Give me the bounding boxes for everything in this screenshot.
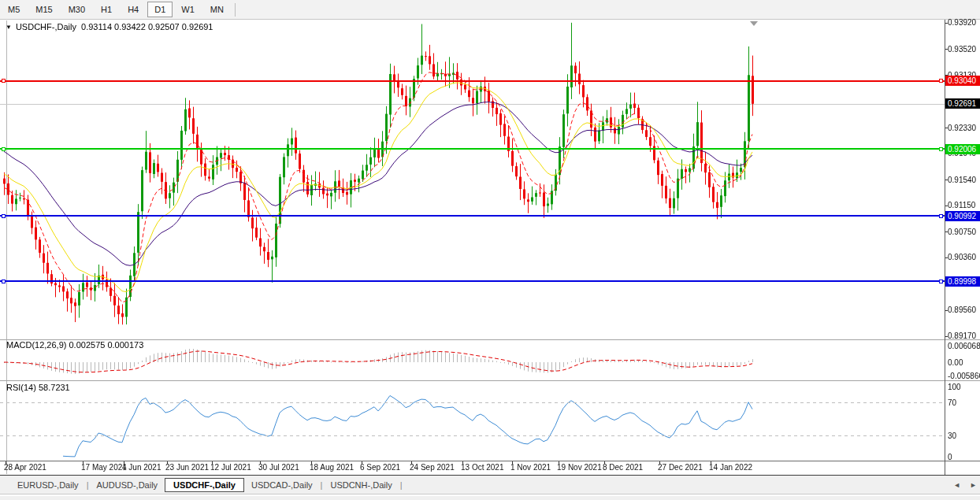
tab-separator: | (87, 480, 89, 490)
date-axis-label: 24 Sep 2021 (410, 463, 455, 472)
ohlc-low: 0.92507 (148, 22, 180, 31)
price-axis-label: 0.92330 (948, 124, 976, 132)
support-line[interactable] (0, 215, 945, 217)
price-axis-label: 0.91150 (948, 201, 975, 209)
date-axis-label: 19 Nov 2021 (557, 463, 602, 472)
price-line-tag: 0.93040 (945, 76, 980, 86)
date-axis-label: 30 Jul 2021 (258, 463, 299, 472)
tab-separator: | (400, 480, 403, 490)
price-line-tag: 0.90992 (945, 211, 980, 221)
chart-shift-marker-icon[interactable] (750, 21, 758, 26)
rsi-indicator-label: RSI(14) 58.7231 (6, 383, 70, 392)
ohlc-high: 0.93422 (114, 22, 146, 31)
rsi-axis-label: 70 (948, 398, 956, 407)
date-axis-label: 27 Dec 2021 (658, 463, 703, 472)
trading-terminal-window: M5M15M30H1H4D1W1MN ▼USDCHF-,Daily 0.9311… (0, 0, 980, 500)
rsi-level-line (0, 435, 945, 436)
rsi-axis-label: 0 (948, 453, 952, 461)
line-end-handle[interactable] (2, 214, 6, 218)
date-axis-label: 6 Sep 2021 (360, 463, 400, 472)
price-axis-label: 0.89560 (948, 306, 976, 314)
line-end-handle[interactable] (2, 280, 6, 283)
macd-signal-value: 0.000173 (107, 340, 143, 350)
line-end-handle[interactable] (939, 280, 943, 283)
window-bottom-edge (0, 495, 980, 500)
chart-symbol-period: USDCHF-,Daily (16, 22, 76, 31)
macd-axis-label: 0.00 (948, 358, 963, 367)
symbol-tab-bar: EURUSD-,Daily|AUDUSD-,DailyUSDCHF-,Daily… (0, 476, 980, 494)
date-axis-label: 23 Jun 2021 (165, 463, 209, 472)
tab-scroll-buttons: ◄ ► (953, 476, 977, 494)
rsi-axis-label: 100 (948, 383, 961, 391)
tab-usdcad[interactable]: USDCAD-,Daily (244, 478, 320, 492)
date-axis-label: 1 Nov 2021 (510, 463, 551, 472)
tab-separator: | (321, 480, 323, 490)
date-axis-label: 18 Aug 2021 (310, 463, 354, 472)
date-axis-label: 17 May 2021 (81, 463, 127, 472)
line-end-handle[interactable] (939, 147, 943, 151)
price-axis-label: 0.89170 (948, 331, 976, 340)
price-line-tag: 0.92006 (945, 144, 980, 154)
price-axis-label: 0.90750 (948, 228, 976, 236)
macd-indicator-label: MACD(12,26,9) 0.002575 0.000173 (6, 340, 143, 350)
rsi-level-line (0, 402, 945, 403)
date-axis-label: 28 Apr 2021 (4, 463, 46, 472)
chart-title: ▼USDCHF-,Daily 0.93114 0.93422 0.92507 0… (6, 22, 213, 31)
ohlc-close: 0.92691 (182, 22, 213, 31)
date-axis-label: 14 Jan 2022 (709, 463, 752, 472)
rsi-value: 58.7231 (39, 383, 70, 392)
support-line[interactable] (0, 280, 945, 282)
price-chart-canvas[interactable] (0, 0, 980, 500)
date-axis-label: 12 Jul 2021 (210, 463, 251, 472)
tab-audusd[interactable]: AUDUSD-,Daily (89, 478, 165, 492)
resistance-line[interactable] (0, 80, 945, 82)
chart-dropdown-icon[interactable]: ▼ (6, 24, 12, 31)
line-end-handle[interactable] (939, 214, 943, 218)
tab-usdchf[interactable]: USDCHF-,Daily (165, 478, 244, 492)
price-axis-label: 0.90360 (948, 253, 976, 261)
line-end-handle[interactable] (939, 79, 943, 83)
date-axis-label: 8 Dec 2021 (603, 463, 643, 472)
macd-main-value: 0.002575 (69, 340, 105, 350)
macd-axis-label: 0.006068 (948, 342, 980, 350)
tab-eurusd[interactable]: EURUSD-,Daily (10, 478, 86, 492)
tab-scroll-left-icon[interactable]: ◄ (953, 481, 960, 489)
price-axis-label: 0.93920 (948, 18, 976, 27)
macd-axis-label: -0.005866 (948, 372, 980, 380)
ohlc-open: 0.93114 (81, 22, 112, 31)
tab-usdcnh[interactable]: USDCNH-,Daily (323, 478, 399, 492)
price-line-tag: 0.89998 (945, 276, 980, 287)
price-axis-label: 0.93520 (948, 45, 976, 54)
tab-scroll-right-icon[interactable]: ► (970, 481, 977, 489)
date-axis-label: 4 Jun 2021 (122, 463, 161, 472)
date-axis-label: 13 Oct 2021 (461, 463, 503, 472)
line-end-handle[interactable] (2, 147, 6, 151)
support-line[interactable] (0, 148, 945, 150)
bid-price-tag: 0.92691 (945, 98, 980, 109)
price-axis-label: 0.91540 (948, 176, 976, 184)
rsi-axis-label: 30 (948, 431, 956, 440)
line-end-handle[interactable] (2, 79, 6, 83)
